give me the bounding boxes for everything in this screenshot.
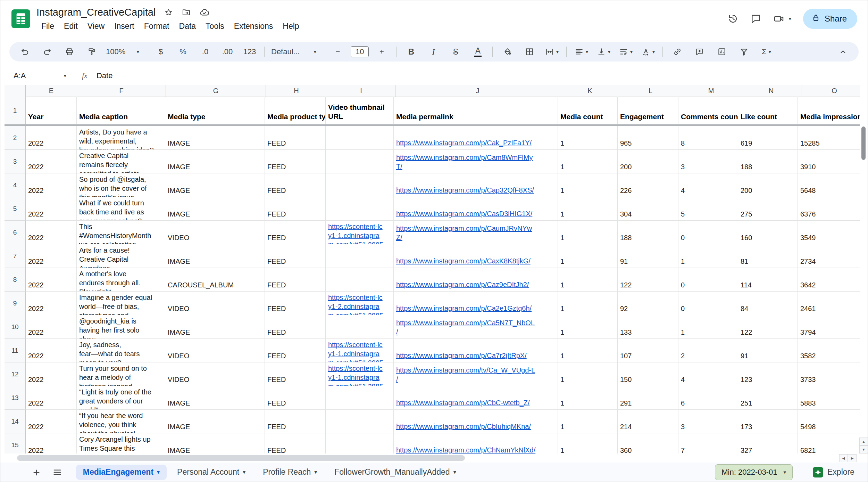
cell-comments-count-row6[interactable]: 0 (678, 221, 738, 244)
cell-video-thumbnail-url-row7[interactable] (326, 244, 394, 268)
cell-media-type-row5[interactable]: IMAGE (165, 197, 265, 221)
cell-media-count-row3[interactable]: 1 (558, 150, 618, 173)
row-header-5[interactable]: 5 (5, 197, 26, 221)
cell-media-product-type-row13[interactable]: FEED (265, 386, 326, 410)
cell-year-row2[interactable]: 2022 (26, 126, 77, 150)
cell-comments-count-row9[interactable]: 0 (678, 292, 738, 315)
column-header-M[interactable]: M (681, 85, 741, 97)
vertical-scrollbar[interactable]: ▲ ▼ (860, 85, 867, 454)
cell-media-product-type-row4[interactable]: FEED (265, 173, 326, 197)
vertical-align-button[interactable]: ▾ (593, 44, 614, 59)
cell-engagement-row8[interactable]: 122 (618, 268, 678, 292)
cell-media-caption-row13[interactable]: “Light is truly one of the great wonders… (77, 386, 165, 410)
cell-comments-count-row3[interactable]: 3 (678, 150, 738, 173)
cell-media-caption-row3[interactable]: Creative Capital remains fiercely commit… (77, 150, 165, 173)
cell-year-row15[interactable]: 2022 (26, 433, 77, 454)
redo-button[interactable] (36, 44, 58, 59)
slicer-min-date[interactable]: Min: 2022-03-01 ▾ (715, 464, 793, 480)
italic-button[interactable]: I (423, 44, 444, 59)
cell-engagement-row7[interactable]: 91 (618, 244, 678, 268)
cell-media-permalink-row2[interactable]: https://www.instagram.com/p/Cak_PzIFa1Y/ (394, 126, 558, 150)
cell-media-impressions-row1[interactable]: Media impressions (798, 97, 860, 124)
column-header-I[interactable]: I (327, 85, 395, 97)
cell-media-type-row8[interactable]: CAROUSEL_ALBUM (165, 268, 265, 292)
add-sheet-button[interactable]: + (30, 466, 43, 478)
cell-media-caption-row12[interactable]: Turn your sound on to hear a melody of b… (77, 362, 165, 386)
paint-format-button[interactable] (81, 44, 102, 59)
cell-video-thumbnail-url-row15[interactable] (326, 433, 394, 454)
cell-media-permalink-row10[interactable]: https://www.instagram.com/p/Ca5N7T_NbOL … (394, 315, 558, 339)
menu-tools[interactable]: Tools (201, 20, 229, 33)
cell-media-type-row12[interactable]: VIDEO (165, 362, 265, 386)
cell-year-row11[interactable]: 2022 (26, 339, 77, 362)
menu-help[interactable]: Help (278, 20, 304, 33)
borders-button[interactable] (519, 44, 540, 59)
cell-video-thumbnail-url-row11[interactable]: https://scontent-lc y1-1.cdninstagra m.c… (326, 339, 394, 362)
media-permalink-link[interactable]: https://www.instagram.com/p/Cak_PzIFa1Y/ (396, 138, 532, 147)
cell-comments-count-row4[interactable]: 4 (678, 173, 738, 197)
cell-year-row8[interactable]: 2022 (26, 268, 77, 292)
cell-media-count-row10[interactable]: 1 (558, 315, 618, 339)
cell-media-type-row13[interactable]: IMAGE (165, 386, 265, 410)
cell-media-permalink-row12[interactable]: https://www.instagram.com/tv/Ca_W_VUgd-L… (394, 362, 558, 386)
cell-video-thumbnail-url-row3[interactable] (326, 150, 394, 173)
row-header-13[interactable]: 13 (5, 386, 26, 410)
cell-media-impressions-row12[interactable]: 3733 (798, 362, 860, 386)
cell-media-caption-row15[interactable]: Cory Arcangel lights up Times Square thi… (77, 433, 165, 454)
text-wrap-button[interactable]: ▾ (615, 44, 636, 59)
cell-media-product-type-row10[interactable]: FEED (265, 315, 326, 339)
cell-year-row3[interactable]: 2022 (26, 150, 77, 173)
column-header-L[interactable]: L (620, 85, 681, 97)
cell-media-impressions-row11[interactable]: 3582 (798, 339, 860, 362)
explore-button[interactable]: Explore (809, 465, 858, 480)
cell-media-count-row4[interactable]: 1 (558, 173, 618, 197)
sheets-logo[interactable] (11, 9, 30, 30)
cell-like-count-row10[interactable]: 122 (738, 315, 798, 339)
cell-media-count-row8[interactable]: 1 (558, 268, 618, 292)
cell-engagement-row12[interactable]: 150 (618, 362, 678, 386)
video-thumbnail-link[interactable]: https://scontent-lc y1-1.cdninstagra m.c… (328, 364, 383, 386)
cell-like-count-row3[interactable]: 188 (738, 150, 798, 173)
cell-media-type-row11[interactable]: VIDEO (165, 339, 265, 362)
version-history-icon[interactable] (727, 13, 738, 24)
cell-comments-count-row15[interactable]: 7 (678, 433, 738, 454)
cell-media-impressions-row8[interactable]: 3642 (798, 268, 860, 292)
cell-video-thumbnail-url-row13[interactable] (326, 386, 394, 410)
text-rotation-button[interactable]: ▾ (637, 44, 659, 59)
cell-media-impressions-row9[interactable]: 2461 (798, 292, 860, 315)
media-permalink-link[interactable]: https://www.instagram.com/tv/Ca_W_VUgd-L… (396, 366, 535, 384)
cell-media-product-type-row15[interactable]: FEED (265, 433, 326, 454)
row-header-14[interactable]: 14 (5, 410, 26, 433)
decrease-font-size-button[interactable]: − (327, 44, 349, 59)
cell-media-impressions-row10[interactable]: 3794 (798, 315, 860, 339)
cell-media-impressions-row3[interactable]: 3910 (798, 150, 860, 173)
cell-like-count-row11[interactable]: 91 (738, 339, 798, 362)
cell-media-product-type-row14[interactable]: FEED (265, 410, 326, 433)
cell-year-row4[interactable]: 2022 (26, 173, 77, 197)
cell-video-thumbnail-url-row10[interactable] (326, 315, 394, 339)
column-header-K[interactable]: K (560, 85, 620, 97)
bold-button[interactable]: B (400, 44, 422, 59)
undo-button[interactable] (14, 44, 36, 59)
cell-media-type-row14[interactable]: IMAGE (165, 410, 265, 433)
row-header-11[interactable]: 11 (5, 339, 26, 362)
cell-like-count-row2[interactable]: 619 (738, 126, 798, 150)
scroll-left-button[interactable]: ◀ (839, 454, 848, 462)
cell-media-permalink-row9[interactable]: https://www.instagram.com/p/Ca2e1Gztq6h/ (394, 292, 558, 315)
print-button[interactable] (59, 44, 80, 59)
cell-media-type-row4[interactable]: IMAGE (165, 173, 265, 197)
cell-video-thumbnail-url-row1[interactable]: Video thumbnail URL (326, 97, 394, 124)
cell-video-thumbnail-url-row12[interactable]: https://scontent-lc y1-1.cdninstagra m.c… (326, 362, 394, 386)
cell-media-permalink-row7[interactable]: https://www.instagram.com/p/CaxK8K8tjkG/ (394, 244, 558, 268)
menu-edit[interactable]: Edit (59, 20, 83, 33)
cell-comments-count-row13[interactable]: 6 (678, 386, 738, 410)
cell-media-permalink-row13[interactable]: https://www.instagram.com/p/CbC-wtetb_Z/ (394, 386, 558, 410)
cell-video-thumbnail-url-row6[interactable]: https://scontent-lc y1-1.cdninstagra m.c… (326, 221, 394, 244)
decrease-decimals-button[interactable]: .0 (194, 44, 216, 59)
media-permalink-link[interactable]: https://www.instagram.com/p/CaumJRvNYw Z… (396, 224, 532, 242)
row-header-8[interactable]: 8 (5, 268, 26, 292)
cell-media-product-type-row6[interactable]: FEED (265, 221, 326, 244)
cell-year-row14[interactable]: 2022 (26, 410, 77, 433)
cell-media-permalink-row5[interactable]: https://www.instagram.com/p/CasD3lHIG1X/ (394, 197, 558, 221)
increase-decimals-button[interactable]: .00 (217, 44, 238, 59)
